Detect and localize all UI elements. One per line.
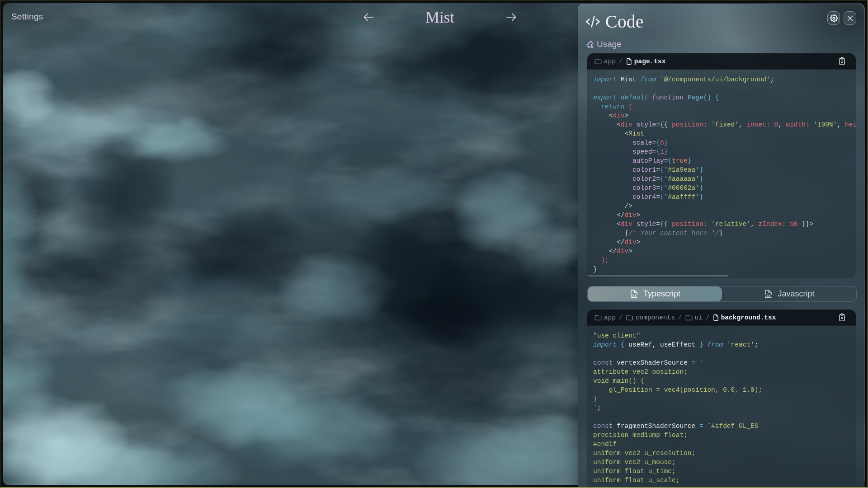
svg-text:TSX: TSX: [631, 294, 637, 297]
svg-text:JSX: JSX: [765, 294, 771, 297]
